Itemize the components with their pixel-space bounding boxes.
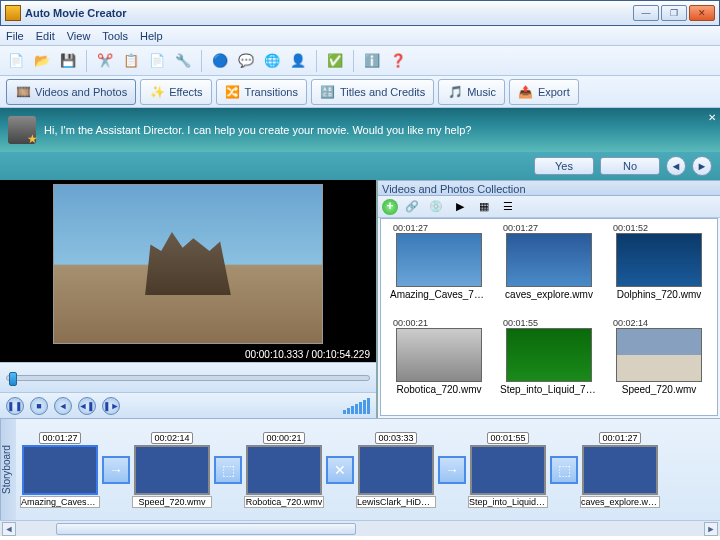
check-icon[interactable]: ✅ — [325, 51, 345, 71]
maximize-button[interactable]: ❐ — [661, 5, 687, 21]
tab-transitions[interactable]: 🔀Transitions — [216, 79, 307, 105]
storyboard-clip[interactable]: 00:01:27Amazing_Caves_72... — [20, 432, 100, 508]
help-icon[interactable]: ❓ — [388, 51, 408, 71]
prev-button[interactable]: ◄ — [54, 397, 72, 415]
nav-back-button[interactable]: ◄ — [666, 156, 686, 176]
transition-slot[interactable]: ✕ — [326, 456, 354, 484]
list-icon[interactable]: ☰ — [498, 197, 518, 217]
assistant-yes-button[interactable]: Yes — [534, 157, 594, 175]
tab-titles[interactable]: 🔠Titles and Credits — [311, 79, 434, 105]
collection-item[interactable]: 00:01:27Amazing_Caves_720... — [385, 223, 493, 316]
menu-bar: File Edit View Tools Help — [0, 26, 720, 46]
collection-item[interactable]: 00:01:27caves_explore.wmv — [495, 223, 603, 316]
clip-duration: 00:03:33 — [375, 432, 416, 444]
stop-button[interactable]: ■ — [30, 397, 48, 415]
tab-effects[interactable]: ✨Effects — [140, 79, 211, 105]
storyboard-clip[interactable]: 00:03:33LewisClark_HiDefW... — [356, 432, 436, 508]
link-icon[interactable]: 🔗 — [402, 197, 422, 217]
pause-button[interactable]: ❚❚ — [6, 397, 24, 415]
storyboard-clip[interactable]: 00:01:55Step_into_Liquid_7... — [468, 432, 548, 508]
step-fwd-button[interactable]: ❚► — [102, 397, 120, 415]
titlebar[interactable]: Auto Movie Creator — ❐ ✕ — [0, 0, 720, 26]
assistant-icon — [8, 116, 36, 144]
info-icon[interactable]: ℹ️ — [362, 51, 382, 71]
clip-thumbnail — [616, 233, 702, 287]
play-icon[interactable]: ▶ — [450, 197, 470, 217]
minimize-button[interactable]: — — [633, 5, 659, 21]
close-button[interactable]: ✕ — [689, 5, 715, 21]
menu-edit[interactable]: Edit — [36, 30, 55, 42]
transition-slot[interactable]: → — [438, 456, 466, 484]
collection-panel: Videos and Photos Collection + 🔗 💿 ▶ ▦ ☰… — [378, 180, 720, 418]
clip-thumbnail — [396, 233, 482, 287]
clip-name: Speed_720.wmv — [132, 496, 212, 508]
clip-name: caves_explore.wmv — [500, 289, 598, 300]
clip-duration: 00:00:21 — [393, 318, 428, 328]
save-icon[interactable]: 💾 — [58, 51, 78, 71]
clip-name: Step_into_Liquid_7... — [468, 496, 548, 508]
paste-icon[interactable]: 📄 — [147, 51, 167, 71]
assistant-no-button[interactable]: No — [600, 157, 660, 175]
assistant-close-icon[interactable]: ✕ — [708, 112, 716, 123]
menu-help[interactable]: Help — [140, 30, 163, 42]
menu-view[interactable]: View — [67, 30, 91, 42]
chat-icon[interactable]: 💬 — [236, 51, 256, 71]
step-back-button[interactable]: ◄❚ — [78, 397, 96, 415]
copy-icon[interactable]: 📋 — [121, 51, 141, 71]
clip-duration: 00:02:14 — [613, 318, 648, 328]
storyboard-track[interactable]: 00:01:27Amazing_Caves_72...→00:02:14Spee… — [16, 419, 720, 520]
tab-music[interactable]: 🎵Music — [438, 79, 505, 105]
clip-name: caves_explore.wmv — [580, 496, 660, 508]
window-title: Auto Movie Creator — [25, 7, 633, 19]
menu-file[interactable]: File — [6, 30, 24, 42]
timecode-label: 00:00:10.333 / 00:10:54.229 — [0, 347, 376, 362]
wand-icon: ✨ — [149, 84, 165, 100]
nav-forward-button[interactable]: ► — [692, 156, 712, 176]
preview-canvas[interactable] — [0, 180, 376, 347]
tool-icon[interactable]: 🔧 — [173, 51, 193, 71]
storyboard-clip[interactable]: 00:00:21Robotica_720.wmv — [244, 432, 324, 508]
world-icon[interactable]: 🌐 — [262, 51, 282, 71]
clip-duration: 00:01:27 — [503, 223, 538, 233]
playback-bar — [0, 362, 376, 392]
film-icon: 🎞️ — [15, 84, 31, 100]
scroll-thumb[interactable] — [56, 523, 356, 535]
storyboard-clip[interactable]: 00:01:27caves_explore.wmv — [580, 432, 660, 508]
volume-meter[interactable] — [343, 398, 370, 414]
clip-duration: 00:01:55 — [503, 318, 538, 328]
clip-thumbnail — [506, 233, 592, 287]
collection-item[interactable]: 00:01:52Dolphins_720.wmv — [605, 223, 713, 316]
assistant-buttons: Yes No ◄ ► — [0, 152, 720, 180]
menu-tools[interactable]: Tools — [102, 30, 128, 42]
preview-frame — [53, 184, 323, 344]
seek-slider[interactable] — [6, 375, 370, 381]
storyboard-scrollbar[interactable]: ◄ ► — [0, 520, 720, 536]
add-media-button[interactable]: + — [382, 199, 398, 215]
cut-icon[interactable]: ✂️ — [95, 51, 115, 71]
new-icon[interactable]: 📄 — [6, 51, 26, 71]
collection-item[interactable]: 00:01:55Step_into_Liquid_720.w... — [495, 318, 603, 411]
user-icon[interactable]: 👤 — [288, 51, 308, 71]
clip-duration: 00:01:27 — [393, 223, 428, 233]
collection-grid[interactable]: 00:01:27Amazing_Caves_720...00:01:27cave… — [380, 218, 718, 416]
collection-item[interactable]: 00:00:21Robotica_720.wmv — [385, 318, 493, 411]
tab-videos-photos[interactable]: 🎞️Videos and Photos — [6, 79, 136, 105]
open-icon[interactable]: 📂 — [32, 51, 52, 71]
preview-panel: 00:00:10.333 / 00:10:54.229 ❚❚ ■ ◄ ◄❚ ❚► — [0, 180, 378, 418]
transition-slot[interactable]: ⬚ — [214, 456, 242, 484]
collection-item[interactable]: 00:02:14Speed_720.wmv — [605, 318, 713, 411]
clip-duration: 00:00:21 — [263, 432, 304, 444]
transition-slot[interactable]: ⬚ — [550, 456, 578, 484]
scroll-left-button[interactable]: ◄ — [2, 522, 16, 536]
toolbar-main: 📄 📂 💾 ✂️ 📋 📄 🔧 🔵 💬 🌐 👤 ✅ ℹ️ ❓ — [0, 46, 720, 76]
storyboard-clip[interactable]: 00:02:14Speed_720.wmv — [132, 432, 212, 508]
tab-export[interactable]: 📤Export — [509, 79, 579, 105]
wizard-icon[interactable]: 🔵 — [210, 51, 230, 71]
clip-name: Speed_720.wmv — [610, 384, 708, 395]
transition-slot[interactable]: → — [102, 456, 130, 484]
assistant-bar: Hi, I'm the Assistant Director. I can he… — [0, 108, 720, 152]
disc-icon[interactable]: 💿 — [426, 197, 446, 217]
grid-icon[interactable]: ▦ — [474, 197, 494, 217]
app-icon — [5, 5, 21, 21]
scroll-right-button[interactable]: ► — [704, 522, 718, 536]
